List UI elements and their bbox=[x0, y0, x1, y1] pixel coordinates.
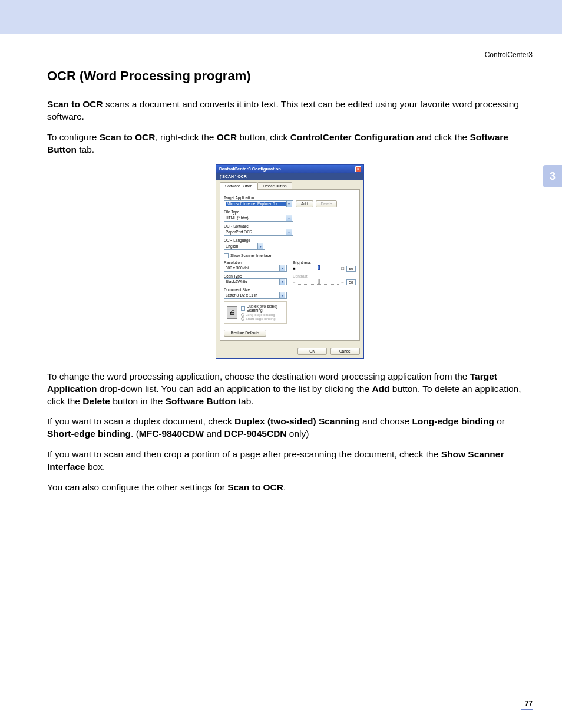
delete-button[interactable]: Delete bbox=[316, 200, 338, 207]
tab-software-button[interactable]: Software Button bbox=[220, 182, 257, 190]
tab-device-button[interactable]: Device Button bbox=[257, 182, 292, 189]
title-rule bbox=[47, 85, 533, 85]
checkbox-icon bbox=[224, 253, 229, 258]
checkbox-show-scanner[interactable]: Show Scanner Interface bbox=[224, 253, 356, 258]
chapter-tab: 3 bbox=[543, 165, 562, 187]
checkbox-icon[interactable] bbox=[241, 306, 245, 311]
paragraph-2: To configure Scan to OCR, right-click th… bbox=[47, 131, 533, 156]
chevron-down-icon: ▾ bbox=[286, 229, 292, 235]
paragraph-4: If you want to scan a duplex document, c… bbox=[47, 416, 533, 440]
label-resolution: Resolution bbox=[224, 261, 287, 265]
label-doc-size: Document Size bbox=[224, 288, 287, 292]
label-ocr-software: OCR Software bbox=[224, 224, 356, 228]
close-icon[interactable]: × bbox=[355, 166, 361, 172]
combo-scan-type[interactable]: Black&White ▾ bbox=[224, 278, 287, 285]
restore-defaults-button[interactable]: Restore Defaults bbox=[224, 330, 266, 337]
label-brightness: Brightness bbox=[293, 261, 356, 265]
combo-target-app[interactable]: Microsoft Internet Explorer 6.x ▾ bbox=[224, 200, 293, 207]
chevron-down-icon: ▾ bbox=[257, 243, 263, 249]
label-target-app: Target Application bbox=[224, 196, 356, 200]
chevron-down-icon: ▾ bbox=[286, 201, 292, 207]
chevron-down-icon: ▾ bbox=[279, 279, 285, 285]
page-number: 77 bbox=[525, 700, 533, 708]
radio-long-edge[interactable]: Long-edge binding bbox=[241, 313, 284, 317]
dialog-titlebar: ControlCenter3 Configuration × bbox=[216, 165, 363, 173]
light-icon: □ bbox=[341, 266, 344, 271]
page-content: OCR (Word Processing program) Scan to OC… bbox=[0, 68, 562, 494]
p1-b1: Scan to OCR bbox=[47, 99, 103, 109]
header-label: ControlCenter3 bbox=[485, 51, 533, 59]
label-contrast: Contrast bbox=[293, 274, 356, 278]
paragraph-3: To change the word processing applicatio… bbox=[47, 371, 533, 408]
combo-resolution[interactable]: 300 x 300 dpi ▾ bbox=[224, 265, 287, 272]
dialog-tabs: Software Button Device Button bbox=[216, 180, 363, 189]
paragraph-1: Scan to OCR scans a document and convert… bbox=[47, 98, 533, 123]
cancel-button[interactable]: Cancel bbox=[330, 348, 360, 355]
brightness-value: 50 bbox=[346, 266, 356, 272]
page-number-rule bbox=[521, 709, 533, 710]
chevron-down-icon: ▾ bbox=[279, 292, 285, 298]
dialog-panel: Target Application Microsoft Internet Ex… bbox=[220, 189, 360, 341]
page-title: OCR (Word Processing program) bbox=[47, 68, 533, 84]
combo-ocr-language[interactable]: English ▾ bbox=[224, 243, 265, 250]
ok-button[interactable]: OK bbox=[297, 348, 327, 355]
scanner-icon: 🖨 bbox=[227, 306, 237, 319]
label-scan-type: Scan Type bbox=[224, 274, 287, 278]
paragraph-6: You can also configure the other setting… bbox=[47, 482, 533, 494]
dark-icon: ■ bbox=[293, 266, 296, 271]
top-band bbox=[0, 0, 562, 34]
combo-doc-size[interactable]: Letter 8 1/2 x 11 in ▾ bbox=[224, 292, 287, 299]
dialog-figure: ControlCenter3 Configuration × [ SCAN ] … bbox=[47, 164, 533, 359]
combo-ocr-software[interactable]: PaperPort OCR ▾ bbox=[224, 229, 293, 236]
chevron-down-icon: ▾ bbox=[286, 215, 292, 221]
add-button[interactable]: Add bbox=[296, 200, 313, 207]
slider-contrast[interactable]: ≡ ≡ 50 bbox=[293, 279, 356, 285]
p1-t1: scans a document and converts it into te… bbox=[47, 99, 519, 121]
dialog-title: ControlCenter3 Configuration bbox=[219, 166, 281, 172]
slider-brightness[interactable]: ■ □ 50 bbox=[293, 266, 356, 272]
chevron-down-icon: ▾ bbox=[279, 265, 285, 271]
high-contrast-icon: ≡ bbox=[341, 279, 344, 285]
dialog-subhead: [ SCAN ] OCR bbox=[216, 173, 363, 180]
radio-short-edge[interactable]: Short-edge binding bbox=[241, 317, 284, 321]
dialog-footer: OK Cancel bbox=[216, 344, 363, 358]
label-ocr-language: OCR Language bbox=[224, 238, 356, 242]
config-dialog: ControlCenter3 Configuration × [ SCAN ] … bbox=[216, 164, 364, 359]
combo-file-type[interactable]: HTML (*.htm) ▾ bbox=[224, 215, 293, 222]
contrast-value: 50 bbox=[346, 279, 356, 285]
duplex-group: 🖨 Duplex(two-sided) Scanning Long-edge b… bbox=[224, 301, 287, 324]
low-contrast-icon: ≡ bbox=[293, 279, 296, 285]
label-file-type: File Type bbox=[224, 210, 356, 214]
paragraph-5: If you want to scan and then crop a port… bbox=[47, 449, 533, 473]
